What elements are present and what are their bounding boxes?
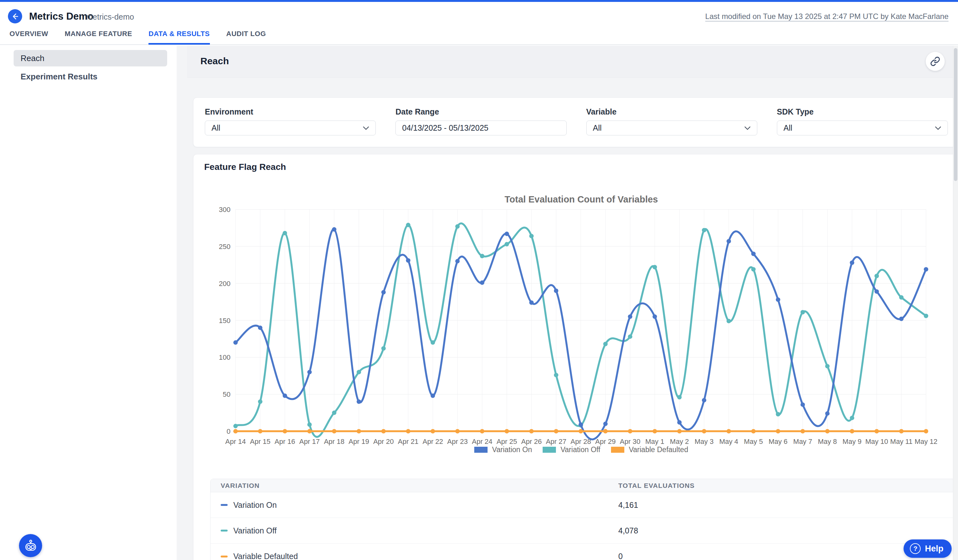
variable-select[interactable]: All bbox=[586, 120, 757, 135]
tab-overview[interactable]: OVERVIEW bbox=[10, 30, 48, 44]
legend-swatch-variation-off bbox=[542, 447, 556, 453]
svg-text:Apr 25: Apr 25 bbox=[496, 438, 517, 446]
date-range-value: 04/13/2025 - 05/13/2025 bbox=[402, 123, 488, 133]
svg-text:0: 0 bbox=[227, 427, 230, 435]
legend-item-variation-on[interactable]: Variation On bbox=[474, 446, 532, 454]
robot-icon bbox=[24, 539, 38, 553]
svg-text:May 8: May 8 bbox=[818, 438, 837, 446]
svg-text:100: 100 bbox=[219, 353, 230, 361]
evaluations-table: VARIATION TOTAL EVALUATIONS Variation On… bbox=[210, 479, 957, 560]
svg-text:Apr 26: Apr 26 bbox=[521, 438, 542, 446]
svg-text:200: 200 bbox=[219, 280, 230, 288]
legend-label: Variation On bbox=[492, 446, 532, 454]
legend-item-variation-off[interactable]: Variation Off bbox=[542, 446, 600, 454]
table-header: VARIATION TOTAL EVALUATIONS bbox=[211, 479, 957, 492]
table-row: Variable Defaulted 0 bbox=[211, 544, 957, 560]
scrollbar-thumb[interactable] bbox=[954, 48, 957, 181]
date-range-input[interactable]: 04/13/2025 - 05/13/2025 bbox=[395, 120, 566, 135]
svg-text:May 2: May 2 bbox=[670, 438, 689, 446]
svg-text:Apr 24: Apr 24 bbox=[472, 438, 493, 446]
back-button[interactable] bbox=[8, 9, 22, 24]
sidebar-item-experiment-results[interactable]: Experiment Results bbox=[14, 68, 167, 85]
date-range-label: Date Range bbox=[395, 107, 566, 116]
help-label: Help bbox=[925, 544, 944, 554]
tab-manage-feature[interactable]: MANAGE FEATURE bbox=[65, 30, 132, 44]
table-row: Variation Off 4,078 bbox=[211, 518, 957, 544]
svg-text:May 11: May 11 bbox=[890, 438, 913, 446]
row-label: Variation On bbox=[233, 500, 277, 510]
sdk-type-label: SDK Type bbox=[777, 107, 948, 116]
svg-text:Apr 29: Apr 29 bbox=[595, 438, 616, 446]
svg-text:Apr 30: Apr 30 bbox=[620, 438, 641, 446]
svg-text:Apr 22: Apr 22 bbox=[423, 438, 443, 446]
section-title: Reach bbox=[200, 56, 229, 66]
legend-label: Variable Defaulted bbox=[629, 446, 688, 454]
svg-text:Apr 18: Apr 18 bbox=[324, 438, 344, 446]
svg-text:Apr 14: Apr 14 bbox=[225, 438, 246, 446]
svg-text:Apr 21: Apr 21 bbox=[398, 438, 419, 446]
environment-select[interactable]: All bbox=[205, 120, 376, 135]
svg-text:Apr 16: Apr 16 bbox=[274, 438, 295, 446]
filters-card: Environment All Date Range 04/13/2025 - … bbox=[193, 97, 958, 147]
scrollbar[interactable] bbox=[953, 46, 958, 560]
chart-card-title: Feature Flag Reach bbox=[204, 162, 286, 172]
row-label: Variable Defaulted bbox=[233, 552, 298, 560]
legend-item-variable-defaulted[interactable]: Variable Defaulted bbox=[611, 446, 688, 454]
series-dash-icon bbox=[220, 530, 228, 532]
reach-chart-card: Feature Flag Reach Total Evaluation Coun… bbox=[193, 154, 958, 560]
variable-value: All bbox=[593, 123, 602, 133]
svg-text:Apr 27: Apr 27 bbox=[546, 438, 566, 446]
svg-text:May 9: May 9 bbox=[842, 438, 861, 446]
col-total-evaluations: TOTAL EVALUATIONS bbox=[608, 482, 957, 489]
series-dash-icon bbox=[220, 555, 228, 557]
section-header: Reach bbox=[187, 46, 953, 78]
svg-text:Apr 20: Apr 20 bbox=[373, 438, 394, 446]
question-mark-icon: ? bbox=[910, 543, 921, 554]
variable-field: Variable All bbox=[586, 107, 757, 137]
svg-text:May 6: May 6 bbox=[769, 438, 788, 446]
table-row: Variation On 4,161 bbox=[211, 492, 957, 518]
chevron-down-icon bbox=[363, 126, 369, 130]
sdk-type-select[interactable]: All bbox=[777, 120, 948, 135]
last-modified-text[interactable]: Last modified on Tue May 13 2025 at 2:47… bbox=[705, 12, 948, 21]
sdk-type-value: All bbox=[784, 123, 792, 133]
svg-text:300: 300 bbox=[219, 206, 230, 214]
col-variation: VARIATION bbox=[211, 482, 608, 489]
environment-label: Environment bbox=[205, 107, 376, 116]
row-value: 4,078 bbox=[608, 526, 957, 535]
main-panel: Reach Environment All Date Range bbox=[177, 46, 958, 560]
sidebar-item-reach[interactable]: Reach bbox=[14, 50, 167, 66]
help-button[interactable]: ? Help bbox=[904, 539, 952, 558]
svg-text:May 5: May 5 bbox=[744, 438, 763, 446]
svg-text:Apr 28: Apr 28 bbox=[571, 438, 591, 446]
chevron-down-icon bbox=[744, 126, 751, 130]
series-dash-icon bbox=[220, 504, 228, 506]
svg-text:50: 50 bbox=[223, 391, 230, 398]
svg-text:May 7: May 7 bbox=[793, 438, 812, 446]
tab-data-results[interactable]: DATA & RESULTS bbox=[149, 30, 209, 44]
row-value: 4,161 bbox=[608, 500, 957, 510]
evaluation-line-chart[interactable]: 050100150200250300Apr 14Apr 15Apr 16Apr … bbox=[219, 204, 944, 454]
copy-link-button[interactable] bbox=[926, 52, 945, 71]
app-header: Metrics Demo metrics-demo Last modified … bbox=[0, 2, 958, 45]
assistant-button[interactable] bbox=[19, 534, 42, 557]
tab-audit-log[interactable]: AUDIT LOG bbox=[226, 30, 266, 44]
link-icon bbox=[930, 56, 940, 66]
environment-value: All bbox=[211, 123, 220, 133]
svg-text:Apr 17: Apr 17 bbox=[299, 438, 320, 446]
variable-label: Variable bbox=[586, 107, 757, 116]
legend-swatch-variable-defaulted bbox=[611, 447, 624, 453]
sidebar: Reach Experiment Results bbox=[0, 46, 177, 560]
tab-bar: OVERVIEW MANAGE FEATURE DATA & RESULTS A… bbox=[10, 30, 266, 44]
svg-text:Apr 23: Apr 23 bbox=[447, 438, 468, 446]
chart-legend: Variation On Variation Off Variable Defa… bbox=[219, 446, 944, 454]
legend-swatch-variation-on bbox=[474, 447, 487, 453]
page-title: Metrics Demo bbox=[29, 11, 94, 22]
row-label: Variation Off bbox=[233, 526, 277, 535]
svg-text:Apr 19: Apr 19 bbox=[349, 438, 369, 446]
svg-text:May 4: May 4 bbox=[719, 438, 738, 446]
svg-text:250: 250 bbox=[219, 243, 230, 251]
svg-text:May 3: May 3 bbox=[695, 438, 714, 446]
svg-text:Apr 15: Apr 15 bbox=[250, 438, 270, 446]
svg-text:May 12: May 12 bbox=[915, 438, 937, 446]
